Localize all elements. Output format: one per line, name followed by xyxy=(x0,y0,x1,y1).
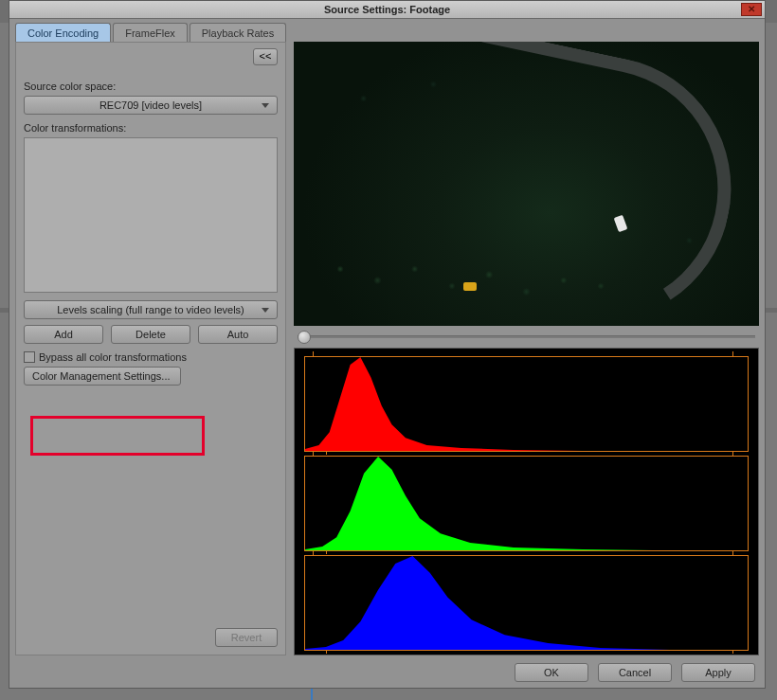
collapse-panel-button[interactable]: << xyxy=(253,48,278,65)
histogram-blue xyxy=(304,555,749,651)
levels-scaling-dropdown[interactable]: Levels scaling (full range to video leve… xyxy=(24,300,278,319)
bypass-checkbox[interactable] xyxy=(24,351,35,363)
source-color-space-value: REC709 [video levels] xyxy=(99,99,202,111)
source-color-space-dropdown[interactable]: REC709 [video levels] xyxy=(24,96,278,115)
close-button[interactable] xyxy=(741,3,762,16)
preview-trees xyxy=(294,42,759,326)
histogram-red xyxy=(304,356,749,452)
tutorial-highlight-box xyxy=(30,416,205,456)
bypass-checkbox-label: Bypass all color transformations xyxy=(39,351,187,363)
left-panel: << Source color space: REC709 [video lev… xyxy=(15,42,286,655)
dialog-title: Source Settings: Footage xyxy=(324,4,450,15)
apply-button[interactable]: Apply xyxy=(681,663,755,682)
add-button[interactable]: Add xyxy=(24,325,103,344)
dialog-footer: OK Cancel Apply xyxy=(515,663,755,682)
right-panel xyxy=(294,42,759,655)
timeline-playhead-icon xyxy=(311,689,313,700)
cancel-button[interactable]: Cancel xyxy=(598,663,672,682)
levels-scaling-value: Levels scaling (full range to video leve… xyxy=(57,304,244,315)
scrub-slider-thumb[interactable] xyxy=(298,331,311,344)
scrub-slider-track[interactable] xyxy=(298,335,755,338)
color-transformations-label: Color transformations: xyxy=(24,122,278,134)
bypass-row: Bypass all color transformations xyxy=(24,351,278,363)
tab-playback-rates[interactable]: Playback Rates xyxy=(190,23,286,42)
color-management-settings-button[interactable]: Color Management Settings... xyxy=(24,367,181,386)
transformation-button-row: Add Delete Auto xyxy=(24,325,278,344)
auto-button[interactable]: Auto xyxy=(198,325,278,344)
source-color-space-label: Source color space: xyxy=(24,81,278,92)
video-preview xyxy=(294,42,759,326)
preview-car-yellow xyxy=(463,282,477,291)
cms-button-label: Color Management Settings... xyxy=(32,370,171,382)
color-transformations-listbox[interactable] xyxy=(24,137,278,293)
source-settings-dialog: Source Settings: Footage Color Encoding … xyxy=(9,0,766,689)
content-area: << Source color space: REC709 [video lev… xyxy=(9,42,765,661)
scrub-slider-row xyxy=(294,335,759,338)
titlebar[interactable]: Source Settings: Footage xyxy=(9,1,765,19)
tab-frameflex[interactable]: FrameFlex xyxy=(113,23,188,42)
tab-color-encoding[interactable]: Color Encoding xyxy=(15,23,111,42)
tab-bar: Color Encoding FrameFlex Playback Rates xyxy=(9,19,765,42)
histogram-green xyxy=(304,456,749,551)
rgb-histogram-panel xyxy=(294,348,759,655)
ok-button[interactable]: OK xyxy=(515,663,588,682)
revert-button[interactable]: Revert xyxy=(215,628,278,647)
delete-button[interactable]: Delete xyxy=(111,325,190,344)
